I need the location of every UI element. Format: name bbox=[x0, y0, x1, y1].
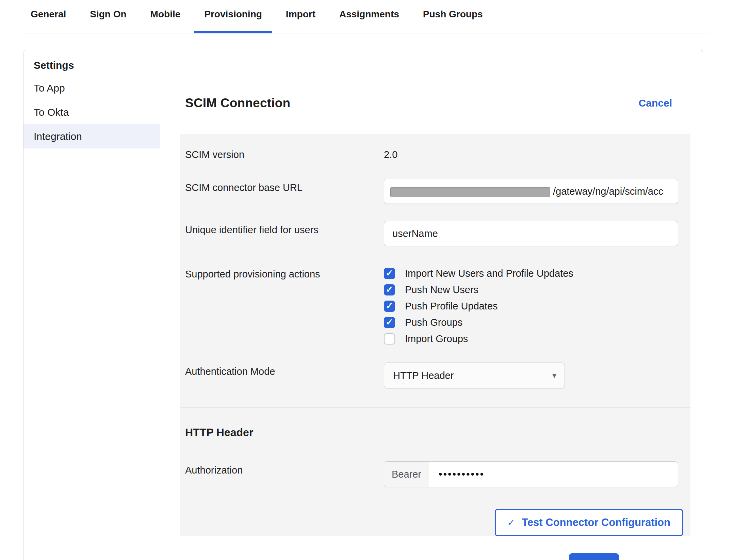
authorization-input-group: Bearer •••••••••• bbox=[384, 461, 678, 487]
provisioning-action-row[interactable]: ✓ Push Groups bbox=[384, 314, 678, 331]
scim-version-label: SCIM version bbox=[185, 146, 384, 160]
http-header-section-title: HTTP Header bbox=[185, 426, 678, 439]
base-url-row: SCIM connector base URL https:// /gatewa… bbox=[185, 179, 678, 204]
sidebar-item-to-app[interactable]: To App bbox=[23, 76, 160, 100]
action-checkbox[interactable]: ✓ bbox=[384, 317, 395, 328]
unique-id-value: userName bbox=[392, 228, 438, 239]
unique-id-label: Unique identifier field for users bbox=[185, 221, 384, 246]
provisioning-action-row[interactable]: ✓ Import New Users and Profile Updates bbox=[384, 265, 678, 282]
scim-connection-content: SCIM Connection Cancel SCIM version 2.0 … bbox=[160, 50, 703, 560]
provisioning-action-row[interactable]: ✓ Push Profile Updates bbox=[384, 298, 678, 314]
checkbox-check-icon: ✓ bbox=[386, 318, 393, 326]
scim-version-value: 2.0 bbox=[384, 146, 678, 160]
tab-assignments[interactable]: Assignments bbox=[339, 0, 399, 33]
content-header: SCIM Connection Cancel bbox=[185, 96, 672, 110]
settings-sidebar: Settings To App To Okta Integration bbox=[23, 50, 160, 560]
sidebar-item-integration[interactable]: Integration bbox=[23, 124, 160, 148]
auth-mode-selected-value: HTTP Header bbox=[393, 370, 454, 381]
checkbox-check-icon: ✓ bbox=[386, 301, 393, 310]
bearer-prefix: Bearer bbox=[384, 462, 429, 487]
tab-general[interactable]: General bbox=[31, 0, 66, 33]
tab-mobile[interactable]: Mobile bbox=[150, 0, 181, 33]
provisioning-action-row[interactable]: ✓ Import Groups bbox=[384, 331, 678, 347]
action-label: Push Groups bbox=[405, 317, 462, 328]
action-checkbox[interactable]: ✓ bbox=[384, 333, 395, 345]
action-checkbox[interactable]: ✓ bbox=[384, 268, 395, 279]
provisioning-actions-label: Supported provisioning actions bbox=[185, 265, 384, 347]
tab-sign-on[interactable]: Sign On bbox=[90, 0, 126, 33]
test-connector-label: Test Connector Configuration bbox=[522, 516, 670, 529]
cancel-link-top[interactable]: Cancel bbox=[639, 97, 672, 109]
scim-version-row: SCIM version 2.0 bbox=[185, 146, 678, 160]
action-label: Push New Users bbox=[405, 284, 478, 295]
save-button[interactable]: Save bbox=[569, 553, 619, 560]
authorization-token-input[interactable]: •••••••••• bbox=[429, 462, 485, 487]
tab-push-groups[interactable]: Push Groups bbox=[423, 0, 483, 33]
checkbox-check-icon: ✓ bbox=[386, 285, 393, 294]
provisioning-action-row[interactable]: ✓ Push New Users bbox=[384, 282, 678, 298]
unique-id-input[interactable]: userName bbox=[384, 221, 678, 246]
base-url-input[interactable]: https:// /gateway/ng/api/scim/acc bbox=[384, 179, 678, 204]
app-tab-bar: General Sign On Mobile Provisioning Impo… bbox=[23, 0, 712, 33]
sidebar-item-to-okta[interactable]: To Okta bbox=[23, 100, 160, 124]
chevron-down-icon: ▾ bbox=[552, 371, 556, 380]
footer-actions: Save Cancel bbox=[160, 553, 672, 560]
page-title: SCIM Connection bbox=[185, 96, 290, 110]
base-url-visible-text: /gateway/ng/api/scim/acc bbox=[553, 186, 663, 197]
action-label: Push Profile Updates bbox=[405, 301, 498, 312]
scim-form-card: SCIM version 2.0 SCIM connector base URL… bbox=[180, 134, 690, 536]
tab-provisioning[interactable]: Provisioning bbox=[204, 0, 262, 33]
section-divider bbox=[180, 407, 690, 408]
base-url-label: SCIM connector base URL bbox=[185, 179, 384, 204]
unique-id-row: Unique identifier field for users userNa… bbox=[185, 221, 678, 246]
action-label: Import Groups bbox=[405, 333, 468, 345]
provisioning-actions-row: Supported provisioning actions ✓ Import … bbox=[185, 265, 678, 347]
sidebar-title: Settings bbox=[23, 60, 160, 76]
authorization-row: Authorization Bearer •••••••••• bbox=[185, 461, 678, 487]
auth-mode-row: Authentication Mode HTTP Header ▾ bbox=[185, 363, 678, 388]
redaction-bar bbox=[390, 187, 550, 197]
action-label: Import New Users and Profile Updates bbox=[405, 268, 573, 279]
checkbox-check-icon: ✓ bbox=[386, 269, 393, 277]
authorization-label: Authorization bbox=[185, 461, 384, 487]
tab-import[interactable]: Import bbox=[286, 0, 315, 33]
test-connector-configuration-button[interactable]: ✓ Test Connector Configuration bbox=[495, 509, 683, 536]
auth-mode-label: Authentication Mode bbox=[185, 363, 384, 388]
settings-panel: Settings To App To Okta Integration SCIM… bbox=[23, 50, 703, 560]
check-icon: ✓ bbox=[507, 517, 515, 528]
action-checkbox[interactable]: ✓ bbox=[384, 284, 395, 295]
action-checkbox[interactable]: ✓ bbox=[384, 301, 395, 312]
auth-mode-dropdown[interactable]: HTTP Header ▾ bbox=[384, 363, 565, 388]
